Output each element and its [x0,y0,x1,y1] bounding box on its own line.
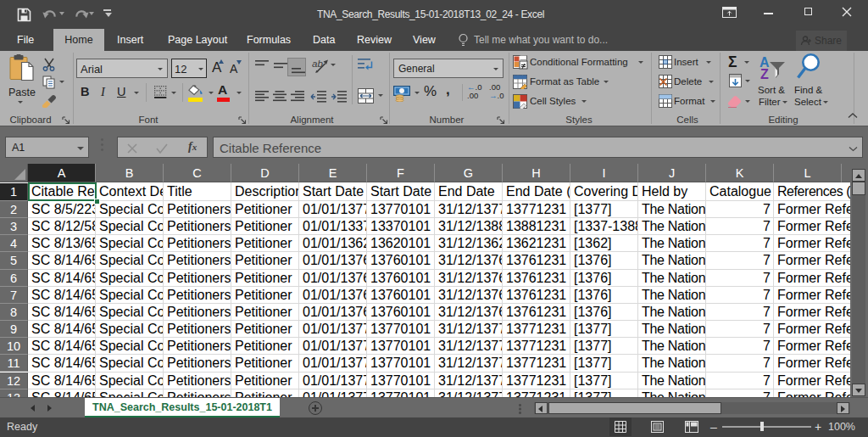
svg-text:Z: Z [760,67,769,81]
